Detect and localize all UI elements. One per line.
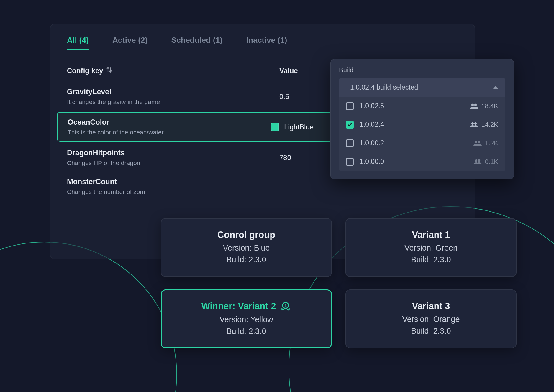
variant-card-winner[interactable]: Winner: Variant 2 1 Version: Yellow Buil… [161, 289, 332, 348]
tabs: All (4) Active (2) Scheduled (1) Inactiv… [50, 36, 475, 55]
card-version: Version: Blue [223, 242, 270, 254]
svg-point-6 [475, 159, 477, 162]
build-version: 1.0.00.2 [360, 139, 384, 147]
card-build: Build: 2.3.0 [226, 254, 266, 266]
chevron-up-icon [493, 86, 498, 89]
column-header-config-key[interactable]: Config key [67, 67, 279, 75]
config-key: GravityLevel [67, 88, 279, 96]
card-title: Variant 3 [412, 301, 450, 312]
variant-card-1[interactable]: Variant 1 Version: Green Build: 2.3.0 [345, 218, 517, 277]
build-users-count: 0.1K [485, 158, 498, 166]
build-option[interactable]: 1.0.00.0 0.1K [339, 152, 505, 171]
card-title: Winner: Variant 2 1 [201, 301, 291, 312]
build-option[interactable]: 1.0.02.5 18.4K [339, 97, 505, 115]
tab-scheduled[interactable]: Scheduled (1) [171, 36, 223, 50]
svg-point-4 [475, 141, 477, 143]
build-version: 1.0.02.5 [360, 102, 384, 110]
build-options-list: 1.0.02.5 18.4K 1.0.02.4 14.2K [339, 97, 505, 171]
config-description: This is the color of the ocean/water [68, 129, 271, 136]
config-key: DragonHitpoints [67, 149, 279, 157]
variant-card-control[interactable]: Conrol group Version: Blue Build: 2.3.0 [161, 218, 332, 277]
column-header-label: Config key [67, 67, 103, 75]
card-version: Version: Yellow [219, 314, 273, 326]
card-version: Version: Green [404, 242, 458, 254]
build-option[interactable]: 1.0.02.4 14.2K [339, 115, 505, 134]
build-selected-text: - 1.0.02.4 build selected - [346, 83, 422, 91]
users-icon [473, 159, 482, 165]
build-dropdown-popover: Build - 1.0.02.4 build selected - 1.0.02… [330, 59, 514, 179]
config-value: 780 [279, 154, 291, 162]
color-swatch-icon [271, 123, 279, 131]
config-key: OceanColor [68, 118, 271, 126]
tab-inactive[interactable]: Inactive (1) [246, 36, 287, 50]
svg-text:1: 1 [285, 303, 287, 308]
build-version: 1.0.02.4 [360, 121, 384, 129]
card-build: Build: 2.3.0 [411, 325, 451, 337]
svg-point-5 [478, 141, 480, 143]
checkbox-icon[interactable] [346, 139, 354, 147]
svg-point-2 [471, 122, 473, 124]
tab-active[interactable]: Active (2) [112, 36, 148, 50]
sort-icon [106, 67, 112, 75]
svg-point-1 [474, 103, 476, 106]
config-description: Changes HP of the dragon [67, 159, 279, 167]
variant-card-3[interactable]: Variant 3 Version: Orange Build: 2.3.0 [345, 289, 517, 348]
svg-point-3 [474, 122, 476, 124]
svg-point-7 [478, 159, 480, 162]
decorative-circle [0, 242, 177, 392]
card-build: Build: 2.3.0 [411, 254, 451, 266]
users-icon [473, 140, 482, 146]
config-value: LightBlue [284, 123, 314, 131]
card-version: Version: Orange [402, 313, 460, 325]
build-select-header[interactable]: - 1.0.02.4 build selected - [339, 78, 505, 97]
trophy-icon: 1 [280, 301, 291, 312]
tab-all[interactable]: All (4) [67, 36, 89, 50]
card-title: Variant 1 [412, 230, 450, 240]
config-description: It changes the gravity in the game [67, 98, 279, 106]
build-users-count: 18.4K [481, 102, 499, 110]
config-key: MonsterCount [67, 177, 279, 186]
card-title: Conrol group [217, 230, 275, 240]
checkbox-icon[interactable] [346, 102, 354, 110]
users-icon [470, 103, 478, 109]
build-users-count: 14.2K [481, 121, 499, 129]
checkbox-icon[interactable] [346, 158, 354, 166]
build-option[interactable]: 1.0.00.2 1.2K [339, 134, 505, 152]
users-icon [470, 122, 478, 128]
svg-point-0 [471, 103, 473, 106]
config-value: 0.5 [279, 93, 289, 101]
build-version: 1.0.00.0 [360, 158, 384, 166]
checkbox-icon[interactable] [346, 121, 354, 129]
build-users-count: 1.2K [485, 139, 498, 147]
config-description: Changes the number of zom [67, 188, 279, 195]
column-header-label: Value [279, 67, 298, 75]
build-label: Build [339, 66, 505, 74]
variant-cards: Conrol group Version: Blue Build: 2.3.0 … [161, 218, 517, 348]
card-build: Build: 2.3.0 [226, 325, 266, 337]
